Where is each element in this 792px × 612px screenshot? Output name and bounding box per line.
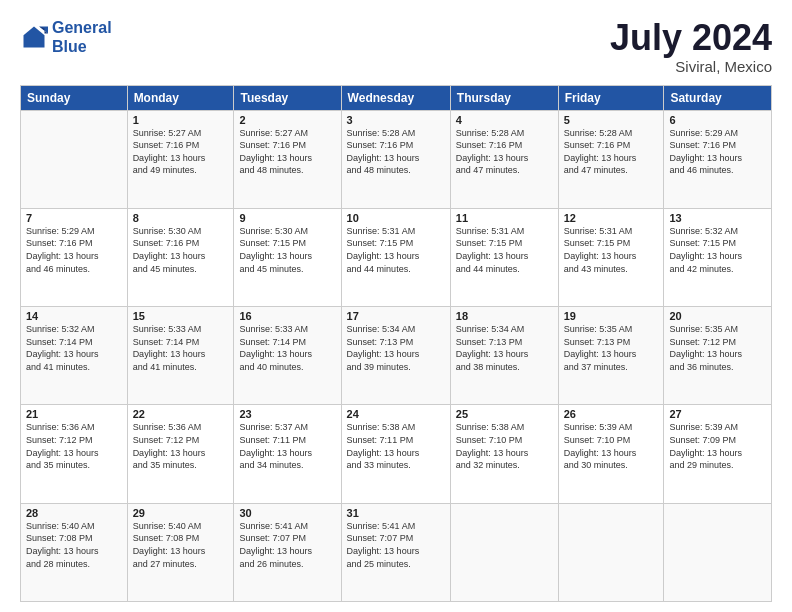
day-number: 22: [133, 408, 229, 420]
calendar-cell: 8Sunrise: 5:30 AMSunset: 7:16 PMDaylight…: [127, 208, 234, 306]
day-number: 19: [564, 310, 659, 322]
day-number: 25: [456, 408, 553, 420]
logo-text: General Blue: [52, 18, 112, 56]
day-info: Sunrise: 5:30 AMSunset: 7:16 PMDaylight:…: [133, 225, 229, 275]
day-info: Sunrise: 5:39 AMSunset: 7:09 PMDaylight:…: [669, 421, 766, 471]
day-info: Sunrise: 5:29 AMSunset: 7:16 PMDaylight:…: [669, 127, 766, 177]
day-number: 13: [669, 212, 766, 224]
day-number: 26: [564, 408, 659, 420]
day-number: 7: [26, 212, 122, 224]
calendar-week-row: 7Sunrise: 5:29 AMSunset: 7:16 PMDaylight…: [21, 208, 772, 306]
calendar-cell: 27Sunrise: 5:39 AMSunset: 7:09 PMDayligh…: [664, 405, 772, 503]
calendar-cell: 3Sunrise: 5:28 AMSunset: 7:16 PMDaylight…: [341, 110, 450, 208]
day-info: Sunrise: 5:28 AMSunset: 7:16 PMDaylight:…: [456, 127, 553, 177]
calendar-cell: [558, 503, 664, 601]
calendar-week-row: 1Sunrise: 5:27 AMSunset: 7:16 PMDaylight…: [21, 110, 772, 208]
day-number: 8: [133, 212, 229, 224]
calendar-cell: [450, 503, 558, 601]
day-number: 6: [669, 114, 766, 126]
day-info: Sunrise: 5:37 AMSunset: 7:11 PMDaylight:…: [239, 421, 335, 471]
day-info: Sunrise: 5:33 AMSunset: 7:14 PMDaylight:…: [239, 323, 335, 373]
day-header: Friday: [558, 85, 664, 110]
calendar-cell: 16Sunrise: 5:33 AMSunset: 7:14 PMDayligh…: [234, 307, 341, 405]
day-info: Sunrise: 5:40 AMSunset: 7:08 PMDaylight:…: [133, 520, 229, 570]
day-info: Sunrise: 5:30 AMSunset: 7:15 PMDaylight:…: [239, 225, 335, 275]
day-number: 14: [26, 310, 122, 322]
day-number: 12: [564, 212, 659, 224]
day-number: 11: [456, 212, 553, 224]
day-header: Thursday: [450, 85, 558, 110]
day-info: Sunrise: 5:27 AMSunset: 7:16 PMDaylight:…: [239, 127, 335, 177]
day-info: Sunrise: 5:41 AMSunset: 7:07 PMDaylight:…: [347, 520, 445, 570]
day-number: 2: [239, 114, 335, 126]
day-number: 30: [239, 507, 335, 519]
day-number: 9: [239, 212, 335, 224]
calendar-cell: 14Sunrise: 5:32 AMSunset: 7:14 PMDayligh…: [21, 307, 128, 405]
day-info: Sunrise: 5:34 AMSunset: 7:13 PMDaylight:…: [456, 323, 553, 373]
day-info: Sunrise: 5:41 AMSunset: 7:07 PMDaylight:…: [239, 520, 335, 570]
calendar-cell: 1Sunrise: 5:27 AMSunset: 7:16 PMDaylight…: [127, 110, 234, 208]
day-info: Sunrise: 5:28 AMSunset: 7:16 PMDaylight:…: [347, 127, 445, 177]
calendar-week-row: 14Sunrise: 5:32 AMSunset: 7:14 PMDayligh…: [21, 307, 772, 405]
day-number: 23: [239, 408, 335, 420]
calendar-cell: 11Sunrise: 5:31 AMSunset: 7:15 PMDayligh…: [450, 208, 558, 306]
logo-line2: Blue: [52, 38, 87, 55]
calendar-cell: 31Sunrise: 5:41 AMSunset: 7:07 PMDayligh…: [341, 503, 450, 601]
calendar-cell: 10Sunrise: 5:31 AMSunset: 7:15 PMDayligh…: [341, 208, 450, 306]
day-number: 1: [133, 114, 229, 126]
day-number: 21: [26, 408, 122, 420]
day-number: 18: [456, 310, 553, 322]
day-number: 15: [133, 310, 229, 322]
calendar-cell: 6Sunrise: 5:29 AMSunset: 7:16 PMDaylight…: [664, 110, 772, 208]
day-header: Sunday: [21, 85, 128, 110]
day-number: 5: [564, 114, 659, 126]
day-info: Sunrise: 5:27 AMSunset: 7:16 PMDaylight:…: [133, 127, 229, 177]
calendar-cell: 30Sunrise: 5:41 AMSunset: 7:07 PMDayligh…: [234, 503, 341, 601]
day-number: 4: [456, 114, 553, 126]
calendar-cell: 9Sunrise: 5:30 AMSunset: 7:15 PMDaylight…: [234, 208, 341, 306]
day-info: Sunrise: 5:31 AMSunset: 7:15 PMDaylight:…: [347, 225, 445, 275]
calendar-cell: 18Sunrise: 5:34 AMSunset: 7:13 PMDayligh…: [450, 307, 558, 405]
calendar-cell: 20Sunrise: 5:35 AMSunset: 7:12 PMDayligh…: [664, 307, 772, 405]
main-title: July 2024: [610, 18, 772, 58]
day-info: Sunrise: 5:28 AMSunset: 7:16 PMDaylight:…: [564, 127, 659, 177]
day-info: Sunrise: 5:35 AMSunset: 7:13 PMDaylight:…: [564, 323, 659, 373]
day-number: 16: [239, 310, 335, 322]
day-info: Sunrise: 5:36 AMSunset: 7:12 PMDaylight:…: [133, 421, 229, 471]
day-info: Sunrise: 5:33 AMSunset: 7:14 PMDaylight:…: [133, 323, 229, 373]
calendar-cell: 29Sunrise: 5:40 AMSunset: 7:08 PMDayligh…: [127, 503, 234, 601]
day-info: Sunrise: 5:29 AMSunset: 7:16 PMDaylight:…: [26, 225, 122, 275]
day-header: Monday: [127, 85, 234, 110]
day-number: 20: [669, 310, 766, 322]
day-info: Sunrise: 5:38 AMSunset: 7:11 PMDaylight:…: [347, 421, 445, 471]
day-number: 10: [347, 212, 445, 224]
calendar-week-row: 21Sunrise: 5:36 AMSunset: 7:12 PMDayligh…: [21, 405, 772, 503]
header: General Blue July 2024 Siviral, Mexico: [20, 18, 772, 75]
day-number: 17: [347, 310, 445, 322]
day-info: Sunrise: 5:31 AMSunset: 7:15 PMDaylight:…: [456, 225, 553, 275]
title-block: July 2024 Siviral, Mexico: [610, 18, 772, 75]
calendar-week-row: 28Sunrise: 5:40 AMSunset: 7:08 PMDayligh…: [21, 503, 772, 601]
day-info: Sunrise: 5:39 AMSunset: 7:10 PMDaylight:…: [564, 421, 659, 471]
day-number: 27: [669, 408, 766, 420]
calendar-cell: 28Sunrise: 5:40 AMSunset: 7:08 PMDayligh…: [21, 503, 128, 601]
day-number: 3: [347, 114, 445, 126]
page: General Blue July 2024 Siviral, Mexico S…: [0, 0, 792, 612]
calendar-cell: 12Sunrise: 5:31 AMSunset: 7:15 PMDayligh…: [558, 208, 664, 306]
day-number: 29: [133, 507, 229, 519]
logo-icon: [20, 23, 48, 51]
calendar-cell: 15Sunrise: 5:33 AMSunset: 7:14 PMDayligh…: [127, 307, 234, 405]
day-header: Wednesday: [341, 85, 450, 110]
day-info: Sunrise: 5:35 AMSunset: 7:12 PMDaylight:…: [669, 323, 766, 373]
day-info: Sunrise: 5:32 AMSunset: 7:15 PMDaylight:…: [669, 225, 766, 275]
day-number: 24: [347, 408, 445, 420]
calendar-cell: 23Sunrise: 5:37 AMSunset: 7:11 PMDayligh…: [234, 405, 341, 503]
calendar-cell: 21Sunrise: 5:36 AMSunset: 7:12 PMDayligh…: [21, 405, 128, 503]
day-info: Sunrise: 5:40 AMSunset: 7:08 PMDaylight:…: [26, 520, 122, 570]
calendar-cell: 22Sunrise: 5:36 AMSunset: 7:12 PMDayligh…: [127, 405, 234, 503]
calendar-cell: 7Sunrise: 5:29 AMSunset: 7:16 PMDaylight…: [21, 208, 128, 306]
subtitle: Siviral, Mexico: [610, 58, 772, 75]
calendar-header-row: SundayMondayTuesdayWednesdayThursdayFrid…: [21, 85, 772, 110]
day-info: Sunrise: 5:34 AMSunset: 7:13 PMDaylight:…: [347, 323, 445, 373]
day-info: Sunrise: 5:36 AMSunset: 7:12 PMDaylight:…: [26, 421, 122, 471]
